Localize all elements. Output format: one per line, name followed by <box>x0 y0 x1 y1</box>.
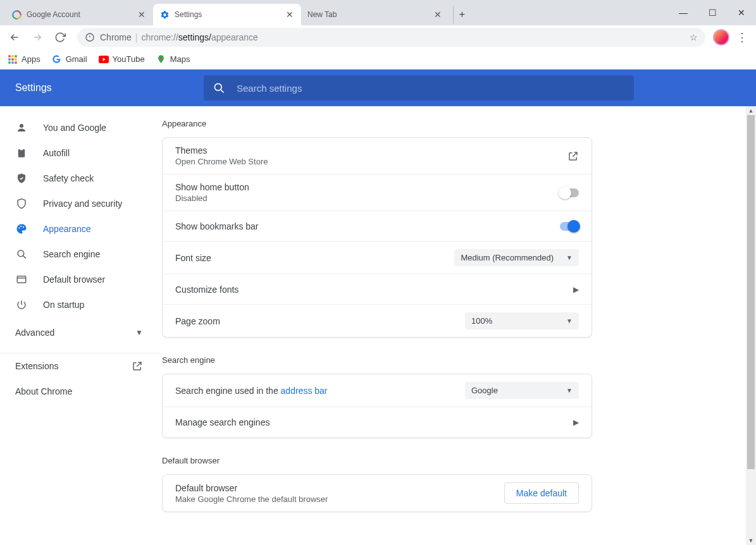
chevron-right-icon: ▶ <box>573 418 579 427</box>
svg-rect-9 <box>11 61 13 63</box>
url-proto: chrome:// <box>141 32 178 42</box>
settings-content: Appearance Themes Open Chrome Web Store … <box>162 106 756 545</box>
chevron-down-icon: ▼ <box>566 317 573 324</box>
svg-rect-2 <box>8 55 10 57</box>
bookmark-label: Apps <box>22 54 40 64</box>
search-engine-row: Search engine used in the address bar Go… <box>163 374 592 407</box>
tab-label: Google Account <box>27 10 80 19</box>
section-title-appearance: Appearance <box>162 119 592 128</box>
close-window-button[interactable]: ✕ <box>727 0 756 25</box>
sidebar-item-default-browser[interactable]: Default browser <box>0 267 154 292</box>
url-path1: settings/ <box>178 32 211 42</box>
address-bar[interactable]: Chrome | chrome://settings/appearance ☆ <box>77 28 705 47</box>
search-icon <box>213 82 225 94</box>
sidebar-label: You and Google <box>43 123 106 133</box>
search-engine-dropdown[interactable]: Google ▼ <box>465 382 579 399</box>
external-link-icon <box>132 360 143 372</box>
home-button-toggle[interactable] <box>560 188 579 197</box>
svg-point-17 <box>18 227 20 228</box>
sidebar-item-on-startup[interactable]: On startup <box>0 292 154 317</box>
sidebar-item-appearance[interactable]: Appearance <box>0 216 154 242</box>
settings-header: Settings Search settings <box>0 70 756 106</box>
font-size-dropdown[interactable]: Medium (Recommended) ▼ <box>454 249 579 266</box>
tab-strip: Google Account ✕ Settings ✕ New Tab ✕ + … <box>0 0 756 25</box>
forward-button[interactable] <box>28 28 47 47</box>
row-label: Manage search engines <box>175 417 573 427</box>
sidebar-item-privacy[interactable]: Privacy and security <box>0 191 154 216</box>
sidebar-label: Appearance <box>43 224 91 234</box>
manage-search-engines-row[interactable]: Manage search engines ▶ <box>163 407 592 438</box>
row-label: Page zoom <box>175 316 465 326</box>
maximize-button[interactable]: ☐ <box>698 0 727 25</box>
row-label: Default browser <box>175 483 504 493</box>
sidebar-item-safety-check[interactable]: Safety check <box>0 166 154 191</box>
chevron-right-icon: ▶ <box>573 285 579 294</box>
window-controls: — ☐ ✕ <box>669 0 756 25</box>
make-default-button[interactable]: Make default <box>504 482 579 504</box>
sidebar-label: Advanced <box>15 328 54 338</box>
menu-button[interactable]: ⋮ <box>733 30 751 44</box>
dropdown-value: 100% <box>471 316 492 326</box>
maps-bookmark[interactable]: Maps <box>156 54 190 64</box>
sidebar-advanced-toggle[interactable]: Advanced ▼ <box>0 317 162 348</box>
close-icon[interactable]: ✕ <box>433 8 443 21</box>
external-link-icon <box>567 150 579 162</box>
close-icon[interactable]: ✕ <box>285 8 295 21</box>
page-zoom-dropdown[interactable]: 100% ▼ <box>465 312 579 329</box>
browser-toolbar: Chrome | chrome://settings/appearance ☆ … <box>0 25 756 49</box>
browser-icon <box>15 274 28 285</box>
sidebar-extensions-link[interactable]: Extensions <box>0 353 162 379</box>
maps-icon <box>156 54 166 64</box>
shield-icon <box>15 198 28 209</box>
row-label: Customize fonts <box>175 285 573 295</box>
default-browser-row: Default browser Make Google Chrome the d… <box>163 475 592 511</box>
minimize-button[interactable]: — <box>669 0 698 25</box>
youtube-bookmark[interactable]: YouTube <box>99 54 145 64</box>
sidebar-item-autofill[interactable]: Autofill <box>0 140 154 166</box>
sidebar-label: Extensions <box>15 361 58 371</box>
scrollbar[interactable]: ▲ ▼ <box>746 106 756 545</box>
svg-rect-15 <box>18 149 25 157</box>
svg-point-19 <box>23 226 24 228</box>
settings-sidebar: You and Google Autofill Safety check Pri… <box>0 106 162 545</box>
bookmarks-bar: Apps Gmail YouTube Maps <box>0 49 756 70</box>
scroll-down-arrow[interactable]: ▼ <box>746 536 756 545</box>
row-sublabel: Make Google Chrome the default browser <box>175 494 504 504</box>
close-icon[interactable]: ✕ <box>137 8 147 21</box>
address-bar-link[interactable]: address bar <box>281 386 328 396</box>
sidebar-label: Privacy and security <box>43 199 122 209</box>
themes-row[interactable]: Themes Open Chrome Web Store <box>163 138 592 175</box>
tab-google-account[interactable]: Google Account ✕ <box>5 4 153 25</box>
show-home-button-row: Show home button Disabled <box>163 175 592 211</box>
tab-new-tab[interactable]: New Tab ✕ <box>301 4 449 25</box>
dropdown-value: Google <box>471 386 498 395</box>
gear-icon <box>159 9 170 20</box>
new-tab-button[interactable]: + <box>453 6 471 23</box>
reload-button[interactable] <box>51 28 70 47</box>
site-info-icon[interactable] <box>85 32 95 42</box>
bookmarks-bar-toggle[interactable] <box>560 222 579 231</box>
sidebar-label: Search engine <box>43 249 100 259</box>
apps-shortcut[interactable]: Apps <box>8 54 40 64</box>
font-size-row: Font size Medium (Recommended) ▼ <box>163 242 592 274</box>
scrollbar-thumb[interactable] <box>747 115 755 469</box>
profile-avatar[interactable] <box>713 29 729 46</box>
row-sublabel: Open Chrome Web Store <box>175 157 567 166</box>
chevron-down-icon: ▼ <box>566 254 573 261</box>
back-button[interactable] <box>5 28 24 47</box>
customize-fonts-row[interactable]: Customize fonts ▶ <box>163 274 592 305</box>
tab-settings[interactable]: Settings ✕ <box>153 4 301 25</box>
row-label: Font size <box>175 253 454 263</box>
sidebar-item-search-engine[interactable]: Search engine <box>0 242 154 267</box>
gmail-bookmark[interactable]: Gmail <box>52 54 87 64</box>
search-settings-input[interactable]: Search settings <box>204 75 634 101</box>
scroll-up-arrow[interactable]: ▲ <box>746 106 756 115</box>
sidebar-item-you-and-google[interactable]: You and Google <box>0 115 154 140</box>
svg-rect-21 <box>17 276 26 283</box>
svg-rect-7 <box>15 58 16 60</box>
sidebar-about-link[interactable]: About Chrome <box>0 379 162 404</box>
palette-icon <box>15 223 28 235</box>
search-placeholder: Search settings <box>237 83 302 94</box>
bookmark-star-icon[interactable]: ☆ <box>690 32 698 42</box>
sidebar-label: Autofill <box>43 148 70 158</box>
